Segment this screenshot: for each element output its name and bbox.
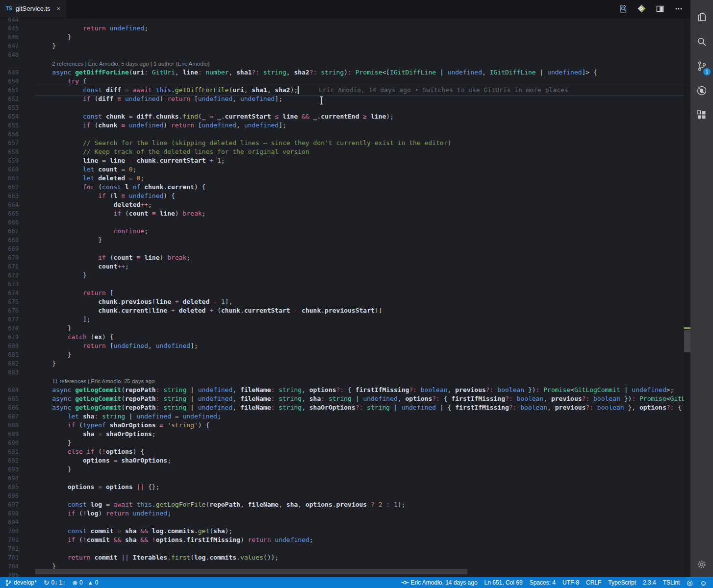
line-number[interactable]: 671 xyxy=(0,262,19,271)
source-control-icon[interactable]: 1 xyxy=(691,54,713,78)
code-line[interactable]: 696 xyxy=(0,491,690,500)
code-line[interactable]: 677 ]; xyxy=(0,315,690,324)
line-number[interactable]: 662 xyxy=(0,183,19,192)
code-line[interactable]: 653 xyxy=(0,103,690,112)
open-file-search-icon[interactable] xyxy=(618,4,628,14)
code-line[interactable]: 675 chunk.previous[line + deleted - 1], xyxy=(0,297,690,306)
line-number[interactable]: 695 xyxy=(0,483,19,491)
line-number[interactable]: 700 xyxy=(0,527,19,536)
line-number[interactable]: 677 xyxy=(0,315,19,324)
line-number[interactable]: 701 xyxy=(0,536,19,544)
code-line[interactable]: 657 // Search for the line (skipping del… xyxy=(0,139,690,147)
line-number[interactable]: 651 xyxy=(0,86,19,95)
code-line[interactable]: 693 } xyxy=(0,465,690,474)
code-line[interactable]: 689 sha = shaOrOptions; xyxy=(0,430,690,439)
code-line[interactable]: 664 deleted++; xyxy=(0,200,690,209)
code-line[interactable]: 668 } xyxy=(0,236,690,245)
encoding-item[interactable]: UTF-8 xyxy=(562,579,579,586)
line-number[interactable]: 656 xyxy=(0,130,19,139)
code-line[interactable]: 666 xyxy=(0,218,690,227)
more-actions-icon[interactable] xyxy=(674,4,684,14)
line-number[interactable]: 681 xyxy=(0,350,19,359)
code-line[interactable]: 646 } xyxy=(0,33,690,42)
line-number[interactable]: 689 xyxy=(0,430,19,439)
code-line[interactable]: 683 xyxy=(0,368,690,377)
code-line[interactable]: 652 if (diff ≡ undefined) return [undefi… xyxy=(0,95,690,103)
code-line[interactable]: 686 async getLogCommit(repoPath: string … xyxy=(0,403,690,412)
code-editor[interactable]: 644645 return undefined;646 }647 }6482 r… xyxy=(0,17,690,577)
line-number[interactable]: 678 xyxy=(0,324,19,333)
line-number[interactable]: 659 xyxy=(0,156,19,165)
codelens-link[interactable]: 11 references | Eric Amodio, 25 days ago xyxy=(52,377,154,386)
vertical-scrollbar-track[interactable] xyxy=(684,17,690,577)
close-tab-icon[interactable]: × xyxy=(57,5,61,12)
line-number[interactable]: 675 xyxy=(0,297,19,306)
code-line[interactable]: 673 xyxy=(0,280,690,289)
linter-item[interactable]: TSLint xyxy=(663,579,680,586)
code-line[interactable]: 674 return [ xyxy=(0,289,690,297)
line-number[interactable]: 663 xyxy=(0,192,19,200)
code-line[interactable]: 650 try { xyxy=(0,77,690,86)
code-line[interactable]: 690 } xyxy=(0,439,690,447)
line-number[interactable]: 655 xyxy=(0,121,19,130)
code-line[interactable]: 680 return [undefined, undefined]; xyxy=(0,342,690,350)
code-line[interactable]: 654 const chunk = diff.chunks.find(_ ⇒ _… xyxy=(0,112,690,121)
line-number[interactable]: 691 xyxy=(0,447,19,456)
line-number[interactable]: 704 xyxy=(0,562,19,571)
code-line[interactable]: 679 catch (ex) { xyxy=(0,333,690,342)
line-number[interactable]: 683 xyxy=(0,368,19,377)
line-number[interactable]: 703 xyxy=(0,553,19,562)
code-line[interactable]: 687 let sha: string | undefined = undefi… xyxy=(0,412,690,421)
line-number[interactable]: 668 xyxy=(0,236,19,245)
line-number[interactable]: 674 xyxy=(0,289,19,297)
code-line[interactable]: 699 xyxy=(0,518,690,527)
code-line[interactable]: 648 xyxy=(0,50,690,59)
line-number[interactable]: 665 xyxy=(0,209,19,218)
target-item[interactable]: ◎ xyxy=(687,579,692,586)
tab-gitservice-ts[interactable]: TS gitService.ts × xyxy=(0,0,66,17)
line-number[interactable]: 670 xyxy=(0,253,19,262)
code-line[interactable]: 647 } xyxy=(0,42,690,50)
line-number[interactable]: 698 xyxy=(0,509,19,518)
line-number[interactable]: 672 xyxy=(0,271,19,280)
ts-version-item[interactable]: 2.3.4 xyxy=(643,579,656,586)
code-line[interactable]: 681 } xyxy=(0,350,690,359)
line-number[interactable]: 647 xyxy=(0,42,19,50)
codelens-row[interactable]: 11 references | Eric Amodio, 25 days ago xyxy=(0,377,690,386)
line-number[interactable]: 696 xyxy=(0,491,19,500)
line-number[interactable]: 686 xyxy=(0,403,19,412)
sync-item[interactable]: ↻ 0↓ 1↑ xyxy=(44,579,65,586)
line-number[interactable]: 680 xyxy=(0,342,19,350)
code-line[interactable]: 694 xyxy=(0,474,690,483)
line-number[interactable]: 697 xyxy=(0,500,19,509)
line-number[interactable]: 664 xyxy=(0,200,19,209)
settings-gear-icon[interactable] xyxy=(690,555,713,574)
language-mode-item[interactable]: TypeScript xyxy=(608,579,636,586)
line-number[interactable]: 685 xyxy=(0,394,19,403)
line-number[interactable]: 669 xyxy=(0,245,19,253)
line-number[interactable]: 652 xyxy=(0,95,19,103)
line-number[interactable]: 690 xyxy=(0,439,19,447)
codelens-link[interactable]: 2 references | Eric Amodio, 5 days ago |… xyxy=(52,60,209,68)
line-number[interactable]: 649 xyxy=(0,68,19,77)
code-line[interactable]: 700 const commit = sha && log.commits.ge… xyxy=(0,527,690,536)
explorer-icon[interactable] xyxy=(691,5,713,29)
code-line[interactable]: 692 options = shaOrOptions; xyxy=(0,456,690,465)
code-line[interactable]: 688 if (typeof shaOrOptions ≡ 'string') … xyxy=(0,421,690,430)
line-number[interactable]: 650 xyxy=(0,77,19,86)
line-number[interactable]: 654 xyxy=(0,112,19,121)
line-number[interactable]: 676 xyxy=(0,306,19,315)
code-line[interactable]: 676 chunk.current[line + deleted + (chun… xyxy=(0,306,690,315)
line-number[interactable]: 648 xyxy=(0,50,19,59)
indentation-item[interactable]: Spaces: 4 xyxy=(530,579,556,586)
code-line[interactable]: 698 if (!log) return undefined; xyxy=(0,509,690,518)
line-number[interactable]: 673 xyxy=(0,280,19,289)
code-line[interactable]: 672 } xyxy=(0,271,690,280)
line-number[interactable]: 661 xyxy=(0,174,19,183)
code-line[interactable]: 669 xyxy=(0,245,690,253)
line-number[interactable]: 694 xyxy=(0,474,19,483)
line-number[interactable]: 646 xyxy=(0,33,19,42)
code-line[interactable]: 702 xyxy=(0,544,690,553)
cursor-position-item[interactable]: Ln 651, Col 69 xyxy=(484,579,523,586)
split-editor-icon[interactable] xyxy=(655,4,665,14)
